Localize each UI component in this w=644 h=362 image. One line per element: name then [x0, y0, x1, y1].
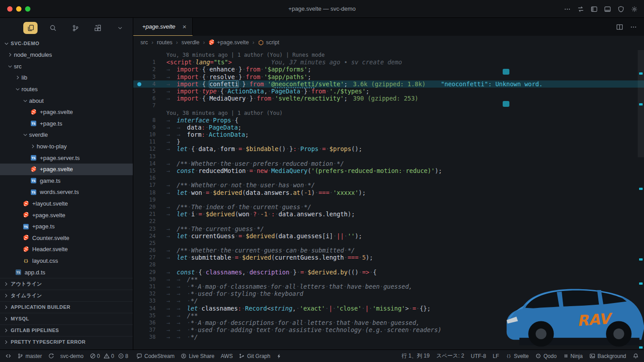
line-number[interactable]: 9: [133, 124, 166, 131]
line-number[interactable]: 15: [133, 167, 166, 174]
code-line[interactable]: 11→}: [133, 138, 644, 145]
breadcrumb--page-svelte[interactable]: +page.svelte: [208, 39, 249, 46]
status-qodo[interactable]: Qodo: [535, 353, 556, 359]
status-language-mode[interactable]: {}Svelte: [506, 353, 529, 359]
tree-item-header-svelte[interactable]: Header.svelte: [0, 244, 133, 255]
code-line[interactable]: 8→interface·Props·{: [133, 117, 644, 124]
line-number[interactable]: [133, 51, 166, 59]
line-number[interactable]: 14: [133, 160, 166, 167]
code-line[interactable]: 1<script·lang="ts">You, 37 minutes ago •…: [133, 59, 644, 66]
tree-item--page-ts[interactable]: TS+page.ts: [0, 118, 133, 130]
tree-item-about[interactable]: about: [0, 95, 133, 106]
code-line[interactable]: 25: [133, 240, 644, 247]
tree-item--page-server-ts[interactable]: TS+page.server.ts: [0, 152, 133, 164]
overview-ruler[interactable]: [638, 36, 644, 349]
code-line[interactable]: 4→import·{·confetti·}·from·'@neoconfetti…: [133, 80, 644, 88]
line-number[interactable]: 23: [133, 225, 166, 232]
line-number[interactable]: 6: [133, 95, 166, 102]
more-button[interactable]: [564, 6, 571, 13]
line-number[interactable]: 4: [133, 80, 166, 88]
codelens-line[interactable]: You, 38 minutes ago | 1 author (You): [133, 109, 644, 117]
breadcrumb-script[interactable]: script: [258, 39, 280, 46]
status-encoding[interactable]: UTF-8: [471, 353, 486, 359]
status-live-share[interactable]: Live Share: [181, 353, 214, 359]
code-line[interactable]: 33→→·*/: [133, 297, 644, 304]
activity-files[interactable]: [23, 22, 38, 34]
status-indentation[interactable]: スペース: 2: [436, 352, 464, 360]
status-aws[interactable]: AWS: [221, 353, 233, 359]
code-line[interactable]: 28: [133, 261, 644, 268]
code-line[interactable]: 19: [133, 196, 644, 203]
sidebar-section--[interactable]: タイムライン: [0, 290, 133, 301]
settings-button[interactable]: [631, 6, 638, 13]
line-number[interactable]: 16: [133, 174, 166, 181]
code-line[interactable]: 24→let·currentGuess·=·$derived(data.gues…: [133, 232, 644, 240]
status-git-branch[interactable]: master: [17, 353, 42, 359]
line-number[interactable]: 29: [133, 269, 166, 276]
tree-item-game-ts[interactable]: TSgame.ts: [0, 175, 133, 187]
tree-item-how-to-play[interactable]: how-to-play: [0, 141, 133, 152]
status-zap[interactable]: [276, 354, 282, 359]
explorer-header[interactable]: SVC-DEMO: [0, 38, 133, 49]
status-cursor-position[interactable]: 行 1、列 19: [402, 352, 430, 360]
line-number[interactable]: 37: [133, 326, 166, 333]
code-line[interactable]: 15→const·reducedMotion·=·new·MediaQuery(…: [133, 167, 644, 174]
tree-item-sverdle[interactable]: sverdle: [0, 129, 133, 141]
codelens-line[interactable]: You, 38 minutes ago | 1 author (You) | R…: [133, 51, 644, 59]
code-line[interactable]: 16: [133, 174, 644, 181]
tree-item--page-svelte[interactable]: +page.svelte: [0, 209, 133, 221]
line-number[interactable]: 19: [133, 196, 166, 203]
close-window-button[interactable]: [7, 6, 13, 12]
line-number[interactable]: 38: [133, 333, 166, 341]
tab-page-svelte[interactable]: +page.svelte ×: [133, 18, 193, 36]
layout-panel-button[interactable]: [604, 6, 611, 13]
code-line[interactable]: 32→→·*·used·for·styling·the·keyboard: [133, 290, 644, 297]
status-notifications[interactable]: [633, 353, 639, 359]
activity-extensions[interactable]: [90, 22, 105, 34]
line-number[interactable]: 17: [133, 181, 166, 189]
code-line[interactable]: 31→→·*·A·map·of·classnames·for·all·lette…: [133, 283, 644, 290]
activity-search[interactable]: [46, 22, 60, 34]
tree-item-words-server-ts[interactable]: TSwords.server.ts: [0, 186, 133, 198]
code-line[interactable]: 12→let·{·data,·form·=·$bindable()·}:·Pro…: [133, 145, 644, 152]
code-line[interactable]: 30→→/**: [133, 276, 644, 283]
line-number[interactable]: 3: [133, 73, 166, 80]
code-line[interactable]: 21→let·i·=·$derived(won·?·-1·:·data.answ…: [133, 210, 644, 218]
line-number[interactable]: 22: [133, 218, 166, 225]
tree-item-src[interactable]: src: [0, 61, 133, 72]
activity-more-views[interactable]: [113, 22, 127, 34]
line-number[interactable]: 31: [133, 283, 166, 290]
code-line[interactable]: 10→→form:·ActionData;: [133, 131, 644, 138]
line-number[interactable]: 20: [133, 203, 166, 210]
line-number[interactable]: 7: [133, 102, 166, 109]
code-line[interactable]: 6→import·{·MediaQuery·}·from·'svelte/rea…: [133, 95, 644, 102]
code-area[interactable]: You, 38 minutes ago | 1 author (You) | R…: [133, 49, 644, 349]
line-number[interactable]: 36: [133, 319, 166, 326]
layout-sidebar-button[interactable]: [591, 6, 597, 13]
breadcrumb-routes[interactable]: routes: [157, 39, 173, 46]
tree-item-app-d-ts[interactable]: TSapp.d.ts: [0, 266, 133, 278]
line-number[interactable]: 34: [133, 305, 166, 312]
status-codestream[interactable]: CodeStream: [136, 353, 174, 359]
swap-editors-button[interactable]: [577, 6, 584, 13]
traffic-lights[interactable]: [7, 6, 30, 12]
code-line[interactable]: 14→/**·Whether·the·user·prefers·reduced·…: [133, 160, 644, 167]
code-line[interactable]: 34→→let·classnames:·Record<string,·'exac…: [133, 305, 644, 312]
sidebar-section-application-builder[interactable]: APPLICATION BUILDER: [0, 301, 133, 313]
line-number[interactable]: 33: [133, 297, 166, 304]
line-number[interactable]: 26: [133, 247, 166, 254]
code-line[interactable]: 29→const·{·classnames,·description·}·=·$…: [133, 269, 644, 276]
line-number[interactable]: 27: [133, 254, 166, 261]
code-line[interactable]: 38→→·*/: [133, 333, 644, 341]
line-number[interactable]: 11: [133, 138, 166, 145]
line-number[interactable]: 25: [133, 240, 166, 247]
tree-item-node-modules[interactable]: node_modules: [0, 49, 133, 61]
code-line[interactable]: 2→import·{·enhance·}·from·'$app/forms';: [133, 66, 644, 73]
tree-item-lib[interactable]: lib: [0, 72, 133, 84]
line-number[interactable]: 13: [133, 153, 166, 160]
line-number[interactable]: 1: [133, 59, 166, 66]
line-number[interactable]: 30: [133, 276, 166, 283]
line-number[interactable]: 28: [133, 261, 166, 268]
tree-item--page-svelte[interactable]: +page.svelte: [0, 164, 133, 175]
breadcrumb-sverdle[interactable]: sverdle: [182, 39, 199, 46]
